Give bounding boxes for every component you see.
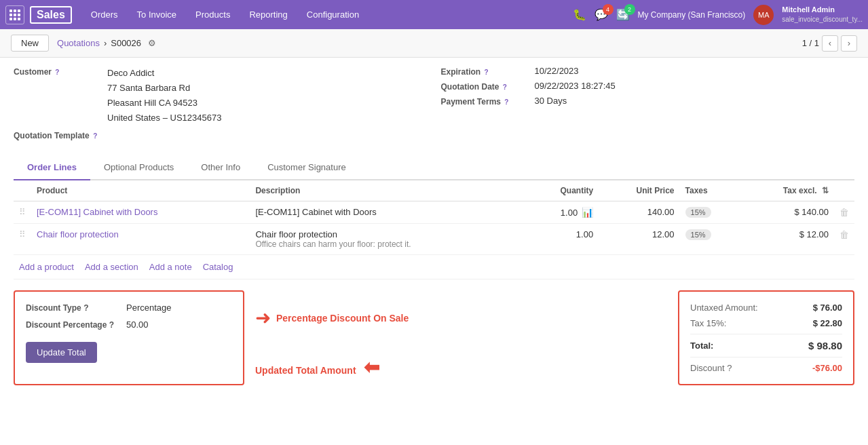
quotation-date-value: 09/22/2023 18:27:45 — [535, 81, 616, 91]
bottom-section: Discount Type ? Percentage Discount Perc… — [14, 290, 854, 385]
untaxed-amount-row: Untaxed Amount: $ 76.00 — [690, 300, 842, 315]
payment-terms-label: Payment Terms ? — [441, 96, 529, 107]
tab-order-lines[interactable]: Order Lines — [14, 155, 90, 180]
nav-orders[interactable]: Orders — [83, 5, 126, 24]
breadcrumb: Quotations › S00026 ⚙ — [57, 38, 156, 48]
tax-label: Tax 15%: — [690, 318, 726, 328]
new-button[interactable]: New — [11, 35, 49, 52]
quotation-date-label: Quotation Date ? — [441, 81, 529, 92]
customer-name: Deco Addict — [107, 66, 221, 81]
tab-customer-signature[interactable]: Customer Signature — [254, 155, 360, 180]
activity-icon[interactable]: 🔄 2 — [616, 8, 630, 21]
company-name: My Company (San Francisco) — [638, 10, 746, 20]
forecast-chart-icon[interactable]: 📊 — [582, 207, 593, 218]
col-taxes: Taxes — [680, 180, 741, 201]
row2-taxes: 15% — [680, 224, 741, 255]
drag-handle-icon[interactable]: ⠿ — [19, 207, 26, 217]
col-description: Description — [250, 180, 526, 201]
totals-box: Untaxed Amount: $ 76.00 Tax 15%: $ 22.80… — [678, 290, 854, 385]
row1-total: $ 140.00 — [740, 201, 834, 224]
catalog-link[interactable]: Catalog — [203, 262, 233, 272]
chat-badge: 4 — [603, 4, 614, 15]
customer-help-icon[interactable]: ? — [55, 69, 59, 76]
untaxed-label: Untaxed Amount: — [690, 303, 758, 313]
activity-badge: 2 — [624, 4, 635, 15]
discount-total-help-icon[interactable]: ? — [727, 363, 732, 373]
customer-section: Customer ? Deco Addict 77 Santa Barbara … — [14, 66, 428, 144]
product-link[interactable]: Chair floor protection — [37, 229, 119, 239]
customer-label: Customer ? — [14, 66, 102, 77]
nav-reporting[interactable]: Reporting — [241, 5, 295, 24]
col-unit-price: Unit Price — [599, 180, 679, 201]
form-fields: Customer ? Deco Addict 77 Santa Barbara … — [14, 66, 854, 144]
nav-configuration[interactable]: Configuration — [299, 5, 367, 24]
row2-unit-price: 12.00 — [599, 224, 679, 255]
pager-prev-button[interactable]: ‹ — [822, 35, 838, 52]
customer-value: Deco Addict 77 Santa Barbara Rd Pleasant… — [107, 66, 221, 125]
annotation-area: ➜ Percentage Discount On Sale Updated To… — [244, 290, 678, 385]
payment-terms-help-icon[interactable]: ? — [504, 98, 508, 106]
db-name: sale_invoice_discount_ty... — [782, 15, 863, 24]
settings-gear-icon[interactable]: ⚙ — [148, 38, 156, 48]
total-value: $ 98.80 — [808, 340, 842, 351]
tab-optional-products[interactable]: Optional Products — [90, 155, 187, 180]
pager-text: 1 / 1 — [802, 38, 819, 48]
expiration-value: 10/22/2023 — [535, 66, 579, 76]
update-total-button[interactable]: Update Total — [26, 342, 97, 363]
breadcrumb-parent[interactable]: Quotations — [57, 38, 100, 48]
row1-unit-price: 140.00 — [599, 201, 679, 224]
discount-percentage-label: Discount Percentage ? — [26, 320, 121, 330]
nav-products[interactable]: Products — [187, 5, 238, 24]
add-section-link[interactable]: Add a section — [85, 262, 138, 272]
customer-address3: United States – US12345673 — [107, 111, 221, 125]
discount-percentage-field: Discount Percentage ? 50.00 — [26, 320, 232, 330]
row1-taxes: 15% — [680, 201, 741, 224]
column-settings-icon[interactable]: ⇅ — [822, 186, 829, 195]
tabs-bar: Order Lines Optional Products Other Info… — [14, 155, 854, 180]
row2-total: $ 12.00 — [740, 224, 834, 255]
customer-address2: Pleasant Hill CA 94523 — [107, 96, 221, 111]
payment-terms-value: 30 Days — [535, 96, 567, 106]
payment-terms-field-row: Payment Terms ? 30 Days — [441, 96, 855, 107]
avatar[interactable]: MA — [753, 5, 774, 25]
expiration-help-icon[interactable]: ? — [485, 69, 489, 76]
row1-quantity: 1.00 📊 — [526, 201, 599, 224]
delete-row2-icon[interactable]: 🗑 — [839, 229, 849, 240]
row1-description: [E-COM11] Cabinet with Doors — [250, 201, 526, 224]
tax-row: Tax 15%: $ 22.80 — [690, 315, 842, 331]
quotation-template-help-icon[interactable]: ? — [93, 132, 97, 140]
quotation-template-label: Quotation Template ? — [14, 130, 102, 140]
action-bar: New Quotations › S00026 ⚙ 1 / 1 ‹ › — [0, 29, 868, 58]
drag-handle-icon[interactable]: ⠿ — [19, 229, 26, 239]
product-link[interactable]: [E-COM11] Cabinet with Doors — [37, 207, 157, 217]
add-product-link[interactable]: Add a product — [19, 262, 74, 272]
tab-other-info[interactable]: Other Info — [187, 155, 254, 180]
order-lines-table: Product Description Quantity Unit Price … — [14, 180, 854, 255]
customer-field-row: Customer ? Deco Addict 77 Santa Barbara … — [14, 66, 428, 125]
discount-type-label: Discount Type ? — [26, 303, 121, 313]
col-product: Product — [31, 180, 250, 201]
quotation-template-row: Quotation Template ? — [14, 130, 428, 140]
quotation-date-help-icon[interactable]: ? — [503, 83, 507, 91]
delete-row1-icon[interactable]: 🗑 — [839, 207, 849, 218]
col-tax-excl: Tax excl. ⇅ — [740, 180, 834, 201]
discount-percentage-help-icon[interactable]: ? — [109, 320, 114, 330]
pager-next-button[interactable]: › — [841, 35, 857, 52]
nav-to-invoice[interactable]: To Invoice — [129, 5, 185, 24]
table-row: ⠿ [E-COM11] Cabinet with Doors [E-COM11]… — [14, 201, 854, 224]
bug-icon[interactable]: 🐛 — [573, 8, 586, 21]
discount-type-field: Discount Type ? Percentage — [26, 303, 232, 313]
tax-badge: 15% — [685, 229, 711, 240]
quotation-date-field-row: Quotation Date ? 09/22/2023 18:27:45 — [441, 81, 855, 92]
brand-logo[interactable]: Sales — [30, 6, 72, 24]
discount-type-help-icon[interactable]: ? — [83, 303, 88, 313]
annotation-top-text: Percentage Discount On Sale — [276, 313, 409, 324]
arrow-left-icon: ⬅ — [364, 357, 379, 378]
breadcrumb-current: S00026 — [111, 38, 141, 48]
main-menu: Orders To Invoice Products Reporting Con… — [83, 5, 573, 24]
untaxed-value: $ 76.00 — [813, 303, 842, 313]
apps-menu-button[interactable] — [5, 5, 24, 24]
add-note-link[interactable]: Add a note — [149, 262, 192, 272]
chat-icon[interactable]: 💬 4 — [595, 8, 608, 21]
tax-value: $ 22.80 — [813, 318, 842, 328]
